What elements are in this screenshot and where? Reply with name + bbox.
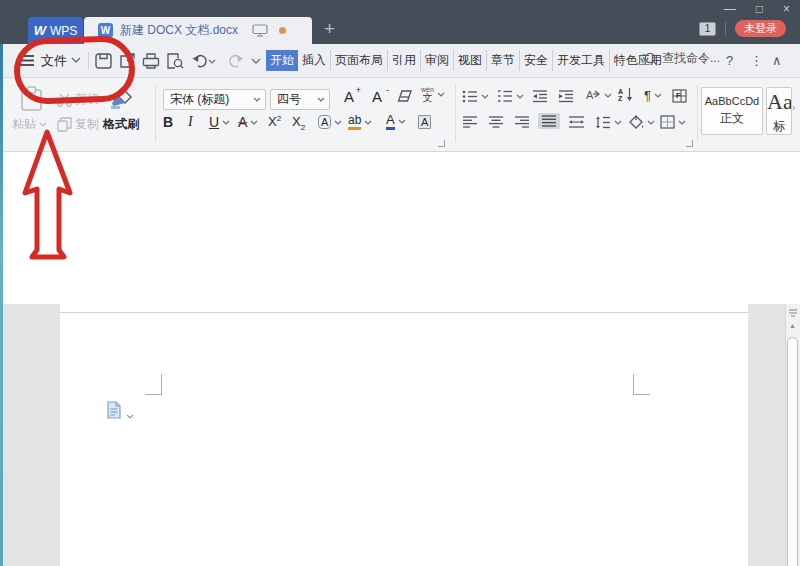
vertical-scrollbar[interactable]: ▲ bbox=[785, 304, 800, 566]
document-options-icon bbox=[106, 401, 122, 419]
style-name: 标 bbox=[767, 118, 791, 135]
chevron-down-icon bbox=[481, 94, 489, 99]
tab-page-layout[interactable]: 页面布局 bbox=[331, 50, 388, 71]
search-placeholder: 查找命令... bbox=[662, 50, 720, 67]
style-heading1[interactable]: Aa 标 bbox=[766, 87, 792, 135]
highlight-color-button[interactable]: ab bbox=[348, 114, 372, 130]
new-tab-button[interactable]: + bbox=[324, 18, 335, 40]
strikethrough-icon: A bbox=[238, 114, 247, 130]
justify-button[interactable] bbox=[538, 113, 560, 129]
right-margin-strip bbox=[748, 304, 785, 566]
superscript-button[interactable]: X2 bbox=[268, 114, 281, 129]
font-size-value: 四号 bbox=[277, 91, 301, 108]
style-normal[interactable]: AaBbCcDd 正文 bbox=[701, 87, 763, 135]
borders-button[interactable] bbox=[660, 115, 686, 129]
font-color-button[interactable]: A bbox=[386, 113, 406, 130]
increase-indent-icon bbox=[558, 90, 574, 103]
tab-view[interactable]: 视图 bbox=[454, 50, 487, 71]
more-options-button[interactable]: ⋮ bbox=[750, 44, 763, 77]
tab-developer[interactable]: 开发工具 bbox=[553, 50, 610, 71]
divider bbox=[155, 84, 156, 142]
ribbon-tab-bar: 开始 插入 页面布局 引用 审阅 视图 章节 安全 开发工具 特色应用 bbox=[266, 49, 666, 72]
tab-insert[interactable]: 插入 bbox=[298, 50, 331, 71]
strikethrough-button[interactable]: A bbox=[238, 114, 258, 130]
scrollbar-thumb[interactable] bbox=[787, 337, 798, 566]
bullet-list-button[interactable] bbox=[462, 90, 489, 103]
help-button[interactable]: ? bbox=[726, 44, 733, 77]
redo-icon bbox=[228, 54, 244, 68]
phonetic-guide-button[interactable]: wén 文 bbox=[421, 86, 445, 103]
tab-references[interactable]: 引用 bbox=[388, 50, 421, 71]
bullet-list-icon bbox=[462, 90, 478, 103]
align-center-button[interactable] bbox=[488, 116, 504, 128]
font-size-select[interactable]: 四号 bbox=[270, 89, 330, 110]
chevron-down-icon bbox=[604, 93, 612, 98]
sort-button[interactable]: AZ bbox=[618, 87, 633, 102]
decrease-indent-button[interactable] bbox=[532, 90, 548, 103]
italic-button[interactable]: I bbox=[188, 114, 193, 130]
page-margin-corner-mark bbox=[145, 374, 162, 395]
document-page[interactable] bbox=[60, 312, 748, 566]
align-right-button[interactable] bbox=[514, 116, 530, 128]
subscript-button[interactable]: X2 bbox=[292, 114, 305, 132]
print-button[interactable] bbox=[141, 52, 161, 70]
align-left-icon bbox=[462, 116, 478, 128]
search-command-input[interactable]: 查找命令... bbox=[644, 50, 720, 67]
format-painter-label-button[interactable]: 格式刷 bbox=[103, 116, 139, 133]
smart-tag-button[interactable] bbox=[106, 401, 134, 419]
underline-button[interactable]: U bbox=[209, 114, 230, 130]
bold-button[interactable]: B bbox=[163, 114, 173, 130]
eraser-icon bbox=[396, 89, 413, 103]
grow-font-button[interactable]: A+ bbox=[344, 88, 354, 105]
page-margin-corner-mark bbox=[633, 374, 650, 395]
font-family-value: 宋体 (标题) bbox=[170, 91, 229, 108]
chevron-down-icon bbox=[516, 94, 524, 99]
text-direction-button[interactable]: A bbox=[584, 88, 612, 103]
minimize-button[interactable]: — bbox=[724, 2, 736, 16]
wps-brand-label: WPS bbox=[50, 24, 77, 38]
chevron-down-icon bbox=[364, 120, 372, 125]
font-dialog-launcher[interactable] bbox=[438, 140, 445, 147]
line-spacing-button[interactable] bbox=[595, 116, 622, 129]
collapse-ribbon-button[interactable]: ∧ bbox=[772, 44, 782, 77]
character-shading-button[interactable]: A bbox=[418, 115, 431, 129]
phonetic-guide-icon: wén 文 bbox=[421, 86, 434, 103]
svg-text:A: A bbox=[586, 89, 594, 101]
increase-indent-button[interactable] bbox=[558, 90, 574, 103]
tab-home[interactable]: 开始 bbox=[266, 50, 298, 71]
font-family-select[interactable]: 宋体 (标题) bbox=[163, 89, 266, 110]
numbered-list-button[interactable] bbox=[497, 90, 524, 103]
paragraph-dialog-launcher[interactable] bbox=[686, 140, 693, 147]
undo-icon bbox=[192, 54, 208, 68]
clear-format-button[interactable] bbox=[396, 89, 413, 103]
style-gallery-scroll-button[interactable]: › bbox=[792, 102, 795, 113]
tab-section[interactable]: 章节 bbox=[487, 50, 520, 71]
print-preview-button[interactable] bbox=[165, 52, 185, 70]
undo-button[interactable] bbox=[190, 52, 218, 70]
text-effects-button[interactable]: A bbox=[318, 115, 342, 129]
show-paragraph-marks-button[interactable]: ¶ bbox=[644, 88, 662, 103]
distribute-button[interactable] bbox=[568, 116, 585, 128]
maximize-button[interactable]: □ bbox=[756, 2, 763, 16]
login-button[interactable]: 未登录 bbox=[735, 20, 786, 37]
unsaved-dot-icon bbox=[279, 27, 286, 34]
scroll-up-button[interactable]: ▲ bbox=[789, 322, 796, 329]
document-area[interactable]: 软件技巧 ▲ bbox=[0, 152, 800, 566]
workspace-badge[interactable]: 1 bbox=[699, 22, 716, 36]
tab-review[interactable]: 审阅 bbox=[421, 50, 454, 71]
ruler-toggle-icon[interactable] bbox=[788, 308, 798, 318]
paint-bucket-icon bbox=[628, 115, 644, 129]
monitor-icon[interactable] bbox=[252, 24, 268, 37]
style-name: 正文 bbox=[702, 110, 762, 127]
tab-security[interactable]: 安全 bbox=[520, 50, 553, 71]
customize-toolbar-button[interactable] bbox=[246, 52, 266, 70]
close-button[interactable]: × bbox=[783, 2, 790, 16]
divider bbox=[725, 22, 726, 36]
shrink-font-button[interactable]: A- bbox=[372, 88, 382, 105]
title-bar: — □ × 1 未登录 W WPS W 新建 DOCX 文档.docx + bbox=[0, 0, 800, 44]
align-center-icon bbox=[488, 116, 504, 128]
align-left-button[interactable] bbox=[462, 116, 478, 128]
shading-button[interactable] bbox=[628, 115, 655, 129]
subscript-icon: X2 bbox=[292, 114, 305, 132]
redo-button[interactable] bbox=[226, 52, 246, 70]
